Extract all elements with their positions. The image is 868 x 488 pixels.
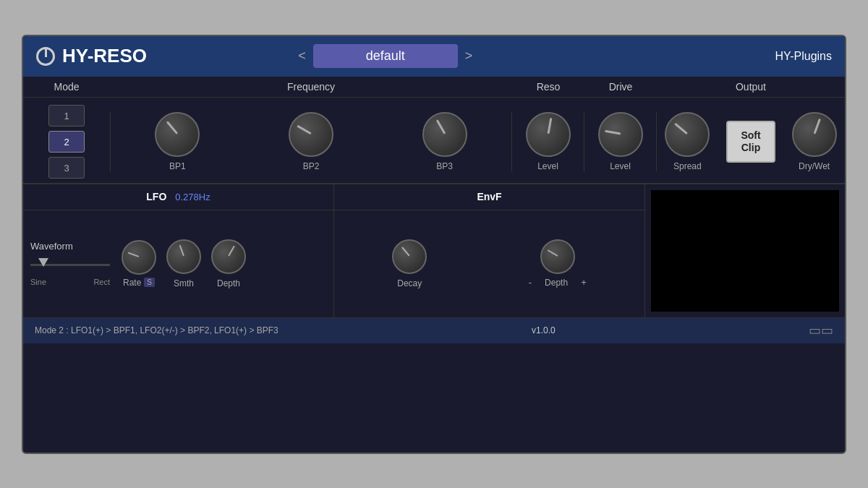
bp3-knob[interactable] [422, 112, 467, 157]
waveform-labels: Sine Rect [30, 278, 110, 286]
envf-depth-label: Depth [545, 278, 568, 288]
smth-container: Smth [166, 239, 201, 288]
reso-section: Level [512, 112, 584, 171]
envf-body: Decay - Depth + [334, 210, 644, 317]
bp2-label: BP2 [303, 161, 320, 171]
rate-container: Rate S [122, 240, 156, 288]
envf-title: EnvF [477, 191, 501, 202]
lfo-depth-knob[interactable] [211, 239, 246, 274]
rate-label: Rate [123, 278, 141, 288]
envf-depth-knob[interactable] [540, 239, 575, 274]
preset-prev-button[interactable]: < [298, 48, 306, 64]
bp1-knob[interactable] [155, 112, 200, 157]
reso-label: Level [537, 161, 558, 171]
soft-clip-button[interactable]: Soft Clip [726, 121, 775, 163]
spread-knob-container: Spread [665, 112, 710, 171]
preset-next-button[interactable]: > [465, 48, 473, 64]
drywet-label: Dry/Wet [799, 161, 830, 171]
mode-btn-3[interactable]: 3 [48, 157, 85, 179]
lfo-header: LFO 0.278Hz [23, 184, 334, 210]
smth-label: Smth [174, 278, 194, 288]
reso-knob-container: Level [526, 112, 571, 171]
depth-label: Depth [217, 278, 240, 288]
drive-knob[interactable] [598, 112, 643, 157]
footer-lines-icon: ▭▭ [809, 322, 833, 338]
reso-header: Reso [512, 81, 584, 93]
brand-name: HY-Plugins [775, 50, 832, 63]
bp1-knob-container: BP1 [155, 112, 200, 171]
top-row: 1 2 3 BP1 BP2 BP3 Level [23, 98, 845, 184]
lfo-knobs: Rate S Smth Depth [116, 239, 246, 288]
plugin-container: HY-RESO < default > HY-Plugins Mode Freq… [22, 35, 846, 454]
rate-label-row: Rate S [123, 278, 155, 288]
bp3-knob-container: BP3 [422, 112, 467, 171]
plugin-name: HY-RESO [62, 45, 147, 67]
lfo-title: LFO [146, 191, 166, 202]
footer: Mode 2 : LFO1(+) > BPF1, LFO2(+/-) > BPF… [23, 317, 845, 343]
frequency-header: Frequency [110, 81, 512, 93]
waveform-label: Waveform [30, 241, 110, 252]
drywet-knob[interactable] [792, 112, 837, 157]
mode-btn-1[interactable]: 1 [48, 105, 85, 127]
waveform-track [30, 264, 110, 266]
mode-section: 1 2 3 [23, 105, 110, 179]
drywet-knob-container: Dry/Wet [792, 112, 837, 171]
envf-plus: + [581, 277, 587, 288]
mode-header: Mode [23, 81, 110, 93]
bp1-label: BP1 [169, 161, 186, 171]
preset-area: < default > [298, 44, 472, 68]
drive-section: Level [584, 112, 657, 171]
oscilloscope [651, 190, 839, 312]
column-headers: Mode Frequency Reso Drive Output [23, 77, 845, 98]
reso-knob[interactable] [526, 112, 571, 157]
envf-minus: - [529, 277, 532, 288]
waveform-section: Waveform Sine Rect [30, 241, 110, 286]
header: HY-RESO < default > HY-Plugins [23, 36, 845, 77]
rect-label: Rect [93, 278, 110, 286]
decay-knob[interactable] [392, 239, 427, 274]
envf-depth-container: - Depth + [529, 239, 587, 288]
waveform-slider[interactable] [30, 256, 110, 273]
frequency-section: BP1 BP2 BP3 [110, 112, 512, 171]
decay-container: Decay [392, 239, 427, 288]
smth-knob[interactable] [166, 239, 201, 274]
drive-header: Drive [584, 81, 657, 93]
decay-label: Decay [397, 278, 422, 288]
output-section: Spread Soft Clip Dry/Wet [657, 112, 845, 171]
lfo-envf-headers: LFO 0.278Hz EnvF [23, 184, 644, 210]
spread-label: Spread [673, 161, 702, 171]
drive-label: Level [610, 161, 631, 171]
s-badge[interactable]: S [144, 278, 155, 287]
sine-label: Sine [30, 278, 46, 286]
output-header: Output [657, 81, 845, 93]
depth-container: Depth [211, 239, 246, 288]
header-title: HY-RESO [36, 45, 147, 67]
drive-knob-container: Level [598, 112, 643, 171]
bottom-section: LFO 0.278Hz EnvF Waveform [23, 184, 845, 317]
power-icon[interactable] [36, 47, 55, 66]
footer-status: Mode 2 : LFO1(+) > BPF1, LFO2(+/-) > BPF… [35, 325, 278, 335]
rate-knob[interactable] [122, 240, 156, 275]
lfo-body: Waveform Sine Rect [23, 210, 334, 317]
footer-version: v1.0.0 [532, 325, 556, 335]
lfo-envf-body: Waveform Sine Rect [23, 210, 644, 317]
bp2-knob-container: BP2 [289, 112, 333, 171]
lfo-envf-area: LFO 0.278Hz EnvF Waveform [23, 184, 645, 317]
waveform-thumb[interactable] [38, 258, 48, 267]
bp2-knob[interactable] [289, 112, 333, 157]
envf-header: EnvF [334, 184, 644, 210]
bp3-label: BP3 [436, 161, 453, 171]
spread-knob[interactable] [665, 112, 710, 157]
mode-btn-2[interactable]: 2 [48, 131, 85, 153]
lfo-freq: 0.278Hz [175, 192, 210, 202]
preset-display[interactable]: default [313, 44, 458, 68]
